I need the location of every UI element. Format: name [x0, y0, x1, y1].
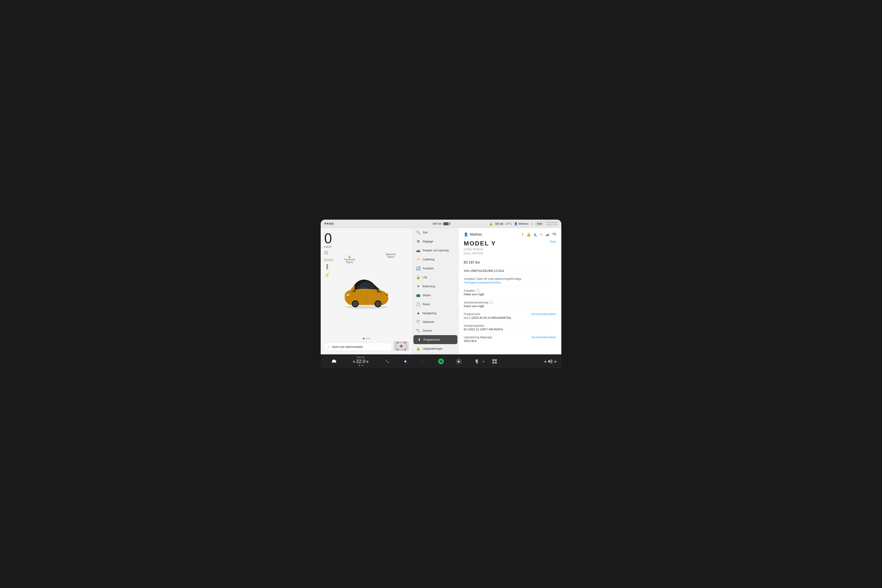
range-value: 460 km	[433, 222, 442, 225]
download-icon-header: ⬇	[521, 232, 524, 237]
temp-decrease-button[interactable]: ◀	[352, 360, 355, 363]
menu-item-service[interactable]: 🔧 Service	[412, 326, 458, 335]
dot-2[interactable]	[366, 338, 367, 339]
temp-control: ◀ 22.0 ▶	[352, 358, 369, 364]
spotify-icon	[438, 358, 444, 364]
grid-cell-2	[495, 359, 497, 361]
framlucka-label[interactable]: 🔓 Framlucka Öppna	[344, 255, 355, 263]
autopilot-icon: 🔄	[416, 266, 420, 270]
menu-item-las[interactable]: 🔒 Lås	[412, 273, 458, 282]
menu-label-service: Service	[423, 329, 432, 332]
vin-row: VIN LRWYGCEK2MC117414	[464, 267, 556, 275]
menu-item-skarm[interactable]: 📺 Skärm	[412, 291, 458, 300]
autopilot-package-row: Autopilot i Paket som ingår	[464, 286, 556, 298]
user-icon-info: 👤	[464, 232, 468, 237]
info-circle-standard[interactable]: i	[490, 301, 493, 304]
menu-item-programvara[interactable]: ⬇ Programvara	[413, 335, 458, 344]
bell-icon: 🔔	[526, 232, 531, 237]
play-triangle: ▶	[458, 360, 460, 363]
tesly-link[interactable]: Tesly	[549, 240, 556, 243]
menu-label-navigering: Navigering	[423, 312, 436, 315]
menu-label-sakerhet: Säkerhet	[423, 320, 434, 324]
temp-increase-button[interactable]: ▶	[367, 360, 369, 363]
bluetooth-icon	[475, 359, 478, 364]
prnd-display: PRND	[324, 222, 334, 225]
trips-icon: 📋	[416, 302, 420, 306]
more-dots-icon: ···	[421, 359, 426, 364]
spotify-waves	[440, 360, 442, 363]
volume-left-arrow[interactable]: ◀	[544, 360, 546, 363]
menu-label-sok: Sök	[423, 231, 428, 234]
software-label: Programvara	[464, 312, 480, 316]
status-center: 460 km	[433, 222, 450, 225]
menu-item-laddning[interactable]: ⚡ Laddning	[412, 255, 458, 264]
menu-item-pedaler[interactable]: 🚗 Pedaler och styrning	[412, 246, 458, 255]
menu-item-reglage[interactable]: ⚙ Reglage	[412, 237, 458, 246]
bluetooth-status-dot	[483, 361, 484, 363]
menu-item-navigering[interactable]: ▲ Navigering	[412, 309, 458, 317]
wifi-bar-full	[552, 233, 556, 234]
user-display: 👤 Mathias	[514, 222, 528, 225]
tesla-screen: PRND 460 km 🔒 08:48 14°C 👤 Mathias ⬇ SOS…	[321, 220, 561, 368]
battery-icon	[443, 222, 449, 225]
lock-menu-icon: 🔒	[416, 275, 420, 279]
autopilot-computer-label: Autopilot: Dator för total självkörnings…	[464, 277, 556, 280]
volume-right-arrow[interactable]: ▶	[555, 360, 557, 363]
baklucka-label[interactable]: Baklucka Öppna	[386, 253, 396, 258]
taskbar-temperature: Manuell ◀ 22.0 ▶ 🪑 ❄	[343, 356, 379, 367]
dot-1[interactable]	[363, 338, 364, 339]
taskbar-spotify[interactable]	[432, 358, 450, 364]
software-version-header: Programvara Versionsinformation	[464, 312, 556, 316]
menu-item-sakerhet[interactable]: 🛡 Säkerhet	[412, 317, 458, 326]
update-label: Uppdatering tillgänglig	[464, 336, 492, 339]
update-version-link[interactable]: Versionsinformation	[531, 336, 556, 339]
signal-bar-3	[548, 234, 548, 236]
model-info: MODEL Y LONG RANGE DUAL MOTOR	[464, 240, 496, 256]
taskbar-car[interactable]	[325, 359, 343, 364]
taskbar-camera[interactable]	[396, 359, 414, 364]
sos-button[interactable]: SOS	[535, 222, 543, 226]
volume-icon	[548, 359, 553, 363]
user-name-status: Mathias	[518, 222, 528, 225]
info-circle-autopilot[interactable]: i	[476, 289, 480, 292]
menu-item-uppgraderingar[interactable]: 🔒 Uppgraderingar	[412, 344, 458, 353]
grid-cell-1	[492, 359, 494, 361]
standardanslutning-row: Standardanslutning i Paket som ingår	[464, 298, 556, 310]
autopilot-vehicle-info-link[interactable]: Ytterligare fordonsinformation	[464, 281, 556, 284]
software-icon: ⬇	[417, 338, 422, 342]
dot-3[interactable]	[369, 338, 370, 339]
menu-item-autopilot[interactable]: 🔄 Autopilot	[412, 264, 458, 273]
airbag-indicator: PASSENGER AIRBAG OFF	[546, 221, 558, 226]
standardanslutning-header: Standardanslutning i	[464, 301, 556, 304]
wifi-bar-low	[554, 235, 556, 236]
version-info-link[interactable]: Versionsinformation	[531, 312, 556, 316]
info-panel: 👤 Mathias ⬇ 🔔 ✱ LTE	[459, 228, 561, 354]
left-panel: 0 KM/H ⊟ EDGE 🧍 ⚡ 🔓 Framlucka Öppna Bakl…	[321, 228, 412, 354]
menu-label-autopilot: Autopilot	[423, 267, 434, 270]
taskbar-phone[interactable]	[379, 359, 397, 364]
car-taskbar-icon	[331, 359, 337, 364]
menu-item-sok[interactable]: 🔍 Sök	[412, 228, 458, 237]
taskbar-app-menu[interactable]	[486, 359, 504, 364]
display-icon: 📺	[416, 293, 420, 297]
user-name-info: Mathias	[470, 232, 482, 237]
svg-point-9	[377, 303, 379, 305]
update-header: Uppdatering tillgänglig Versionsinformat…	[464, 336, 556, 339]
menu-label-uppgraderingar: Uppgraderingar	[423, 347, 442, 350]
taskbar-bluetooth[interactable]	[468, 359, 486, 364]
menu-item-belysning[interactable]: ☀ Belysning	[412, 282, 458, 291]
lights-icon: ☀	[416, 284, 420, 288]
main-content: 0 KM/H ⊟ EDGE 🧍 ⚡ 🔓 Framlucka Öppna Bakl…	[321, 228, 561, 354]
svg-point-6	[354, 303, 356, 305]
speed-display: 0 KM/H	[324, 231, 409, 249]
search-icon: 🔍	[416, 230, 420, 234]
grid-icon	[492, 359, 497, 364]
temp-sub-icons: 🪑 ❄	[358, 364, 363, 367]
temp-mode-label: Manuell	[357, 356, 364, 358]
carousel-dots	[324, 338, 409, 339]
nav-icon: ▲	[416, 311, 420, 315]
taskbar-media[interactable]: ▶	[450, 358, 468, 364]
taskbar-more[interactable]: ···	[414, 359, 432, 364]
menu-item-resor[interactable]: 📋 Resor	[412, 300, 458, 309]
standardanslutning-value: Paket som ingår	[464, 304, 556, 308]
